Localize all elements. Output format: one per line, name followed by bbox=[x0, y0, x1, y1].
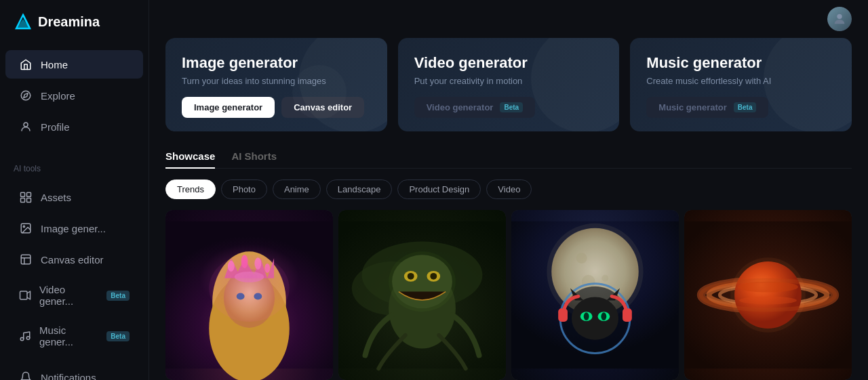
video-beta-badge: Beta bbox=[106, 291, 130, 301]
svg-point-27 bbox=[264, 263, 270, 273]
sidebar-item-image-gen[interactable]: Image gener... bbox=[5, 214, 143, 242]
music-card-beta-badge: Beta bbox=[734, 102, 757, 112]
filter-product-design[interactable]: Product Design bbox=[397, 180, 481, 199]
showcase-section: Showcase AI Shorts Trends Photo Anime La… bbox=[149, 145, 868, 380]
ai-tools-label: AI tools bbox=[0, 159, 149, 176]
video-card-beta-badge: Beta bbox=[500, 102, 523, 112]
sidebar-profile-label: Profile bbox=[41, 121, 70, 133]
svg-rect-8 bbox=[27, 198, 31, 203]
sidebar-item-canvas[interactable]: Canvas editor bbox=[5, 245, 143, 274]
sidebar: Dreamina Home Explore Profile AI tools bbox=[0, 0, 149, 380]
music-gen-icon bbox=[19, 329, 31, 343]
planet-image bbox=[684, 210, 852, 380]
sidebar-item-music-gen[interactable]: Music gener... Beta bbox=[5, 317, 143, 355]
home-icon bbox=[19, 58, 33, 71]
music-generator-button[interactable]: Music generator Beta bbox=[646, 97, 768, 118]
image-generator-button[interactable]: Image generator bbox=[182, 97, 275, 118]
svg-point-16 bbox=[26, 337, 30, 340]
svg-point-17 bbox=[837, 14, 842, 19]
filter-video[interactable]: Video bbox=[486, 180, 532, 199]
svg-rect-7 bbox=[21, 198, 25, 203]
tools-nav: Assets Image gener... Canvas editor Vide… bbox=[0, 176, 149, 362]
music-generator-label: Music generator bbox=[658, 102, 726, 112]
filter-landscape[interactable]: Landscape bbox=[326, 180, 393, 199]
sidebar-item-notifications[interactable]: Notifications bbox=[5, 363, 143, 380]
sidebar-item-explore[interactable]: Explore bbox=[5, 81, 143, 110]
sidebar-item-profile[interactable]: Profile bbox=[5, 112, 143, 141]
svg-point-55 bbox=[601, 312, 606, 320]
image-card-title: Image generator bbox=[182, 54, 371, 72]
svg-point-4 bbox=[24, 123, 28, 127]
svg-point-26 bbox=[254, 257, 261, 270]
sidebar-item-video-gen[interactable]: Video gener... Beta bbox=[5, 276, 143, 314]
svg-rect-11 bbox=[21, 255, 31, 264]
video-card-buttons: Video generator Beta bbox=[414, 97, 604, 118]
sidebar-explore-label: Explore bbox=[41, 90, 75, 102]
sidebar-notifications-label: Notifications bbox=[41, 372, 96, 381]
svg-point-15 bbox=[20, 337, 24, 341]
video-card-desc: Put your creativity in motion bbox=[414, 76, 604, 86]
image-grid bbox=[165, 210, 852, 380]
music-beta-badge: Beta bbox=[106, 331, 130, 341]
svg-point-49 bbox=[572, 297, 618, 339]
logo-icon bbox=[14, 12, 33, 31]
filter-anime[interactable]: Anime bbox=[273, 180, 321, 199]
svg-point-28 bbox=[237, 293, 245, 300]
profile-icon bbox=[19, 120, 33, 133]
canvas-editor-button[interactable]: Canvas editor bbox=[281, 97, 364, 118]
logo-text: Dreamina bbox=[38, 14, 100, 30]
video-generator-button[interactable]: Video generator Beta bbox=[414, 97, 535, 118]
svg-marker-22 bbox=[224, 258, 274, 278]
music-card-buttons: Music generator Beta bbox=[646, 97, 835, 118]
image-card-buttons: Image generator Canvas editor bbox=[182, 97, 371, 118]
svg-rect-6 bbox=[27, 192, 31, 196]
svg-rect-5 bbox=[21, 192, 25, 196]
topbar bbox=[149, 0, 868, 38]
sidebar-video-label: Video gener... bbox=[39, 284, 96, 307]
grid-image-4[interactable] bbox=[684, 210, 852, 380]
svg-point-23 bbox=[235, 272, 264, 282]
sidebar-item-home[interactable]: Home bbox=[5, 50, 143, 79]
svg-point-3 bbox=[21, 91, 31, 100]
sidebar-canvas-label: Canvas editor bbox=[41, 254, 104, 266]
video-gen-icon bbox=[19, 289, 31, 302]
cat-moon-image bbox=[511, 210, 679, 380]
grid-image-3[interactable] bbox=[511, 210, 679, 380]
svg-rect-14 bbox=[20, 291, 28, 299]
tabs-row: Showcase AI Shorts bbox=[165, 145, 852, 169]
svg-point-29 bbox=[254, 293, 262, 300]
main-nav: Home Explore Profile bbox=[0, 43, 149, 148]
filter-photo[interactable]: Photo bbox=[221, 180, 267, 199]
explore-icon bbox=[19, 89, 33, 102]
music-generator-card: Music generator Create music effortlessl… bbox=[630, 38, 852, 131]
music-card-desc: Create music effortlessly with AI bbox=[646, 76, 835, 86]
video-generator-card: Video generator Put your creativity in m… bbox=[398, 38, 620, 131]
svg-point-40 bbox=[389, 251, 456, 312]
image-generator-card: Image generator Turn your ideas into stu… bbox=[165, 38, 387, 131]
svg-rect-57 bbox=[623, 308, 632, 322]
music-card-title: Music generator bbox=[646, 54, 835, 72]
logo[interactable]: Dreamina bbox=[0, 0, 149, 43]
user-avatar[interactable] bbox=[827, 7, 852, 31]
image-gen-icon bbox=[19, 221, 33, 235]
svg-rect-56 bbox=[558, 308, 568, 322]
notifications-icon bbox=[19, 371, 33, 380]
tab-showcase[interactable]: Showcase bbox=[165, 145, 215, 169]
filter-row: Trends Photo Anime Landscape Product Des… bbox=[165, 180, 852, 199]
grid-image-1[interactable] bbox=[165, 210, 333, 380]
sidebar-item-assets[interactable]: Assets bbox=[5, 183, 143, 211]
filter-trends[interactable]: Trends bbox=[165, 180, 216, 199]
svg-point-54 bbox=[584, 312, 589, 320]
grid-image-2[interactable] bbox=[338, 210, 506, 380]
main-content: Image generator Turn your ideas into stu… bbox=[149, 0, 868, 380]
crown-girl-image bbox=[165, 210, 333, 380]
svg-point-10 bbox=[23, 226, 24, 227]
sidebar-home-label: Home bbox=[41, 59, 68, 70]
monster-image bbox=[338, 210, 506, 380]
generator-cards: Image generator Turn your ideas into stu… bbox=[149, 38, 868, 131]
svg-point-30 bbox=[209, 255, 290, 322]
svg-point-66 bbox=[730, 257, 806, 333]
tab-ai-shorts[interactable]: AI Shorts bbox=[231, 145, 277, 169]
assets-icon bbox=[19, 190, 33, 204]
avatar-image bbox=[827, 7, 852, 31]
